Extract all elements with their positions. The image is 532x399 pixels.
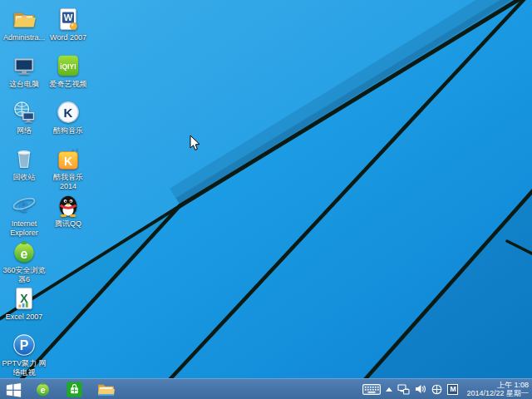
windows-logo-icon <box>6 382 22 397</box>
svg-text:K: K <box>64 155 73 168</box>
excel-icon: X <box>12 286 37 311</box>
desktop-icon-pptv[interactable]: P PPTV聚力 网络电视 <box>1 332 47 378</box>
svg-text:K: K <box>64 106 73 120</box>
svg-text:P: P <box>20 338 29 352</box>
svg-text:e: e <box>19 194 28 216</box>
desktop-icon-administrator[interactable]: Administra... <box>1 7 47 53</box>
taskbar: e <box>0 378 532 399</box>
qq-penguin-icon <box>56 193 81 218</box>
desktop-icon-label: 这台电脑 <box>1 80 47 89</box>
ime-indicator[interactable]: M <box>447 379 458 399</box>
network-status-icon[interactable] <box>397 379 410 399</box>
chevron-up-icon <box>386 387 392 392</box>
desktop-icon-kuwo[interactable]: ♪ ♪ K 酷我音乐 2014 <box>45 146 91 193</box>
desktop-icon-label: Administra... <box>1 33 47 42</box>
desktop-icon-excel-2007[interactable]: X Excel 2007 <box>1 286 47 332</box>
kuwo-icon: ♪ ♪ K <box>56 146 81 171</box>
desktop-icon-label: 网络 <box>1 126 47 135</box>
desktop-icon-360-browser[interactable]: e 360安全浏览器6 <box>1 239 47 286</box>
desktop-icon-label: Word 2007 <box>45 33 91 42</box>
windows-store-icon <box>66 382 82 397</box>
language-globe-icon[interactable] <box>431 379 442 399</box>
network-globe-icon <box>12 100 37 125</box>
desktop-icon-qq[interactable]: 腾讯QQ <box>45 193 91 239</box>
taskbar-clock[interactable]: 上午 1:08 2014/12/22 星期一 <box>463 381 529 397</box>
desktop-icon-label: Excel 2007 <box>1 313 47 322</box>
clock-time: 上午 1:08 <box>466 381 529 389</box>
desktop-icon-iqiyi[interactable]: iQIY! 爱奇艺视频 <box>45 53 91 100</box>
pptv-icon: P <box>12 332 37 357</box>
kugou-icon: K <box>56 100 81 125</box>
svg-text:e: e <box>21 247 28 261</box>
ie-icon: e <box>12 193 37 218</box>
desktop-icon-network[interactable]: 网络 <box>1 100 47 146</box>
recycle-bin-icon <box>12 146 37 171</box>
desktop-icon-kugou[interactable]: K 酷狗音乐 <box>45 100 91 146</box>
touch-keyboard-icon[interactable] <box>362 379 381 399</box>
start-button[interactable] <box>0 379 27 399</box>
iqiyi-icon: iQIY! <box>56 53 81 78</box>
360-browser-icon: e <box>12 239 37 264</box>
taskbar-windows-store-button[interactable] <box>58 379 90 399</box>
desktop-icon-internet-explorer[interactable]: e Internet Explorer <box>1 193 47 239</box>
mouse-cursor <box>190 135 201 152</box>
desktop-icon-label: PPTV聚力 网络电视 <box>1 359 47 377</box>
desktop-icon-label: 腾讯QQ <box>45 219 91 229</box>
svg-text:e: e <box>40 386 45 395</box>
volume-icon[interactable] <box>415 379 426 399</box>
user-folder-icon <box>12 7 37 32</box>
taskbar-360-browser-button[interactable]: e <box>27 379 58 399</box>
desktop-icon-label: 爱奇艺视频 <box>45 80 91 89</box>
clock-date: 2014/12/22 星期一 <box>466 389 529 397</box>
desktop-icon-this-pc[interactable]: 这台电脑 <box>1 53 47 100</box>
360-browser-icon: e <box>35 382 51 397</box>
desktop-icon-label: 360安全浏览器6 <box>1 266 47 284</box>
desktop-surface[interactable]: Administra... 这台电脑 <box>0 0 532 378</box>
svg-text:♪: ♪ <box>76 146 78 152</box>
desktop-icon-recycle-bin[interactable]: 回收站 <box>1 146 47 193</box>
desktop-icon-label: 回收站 <box>1 173 47 182</box>
file-explorer-icon <box>97 382 115 397</box>
ime-mode-label: M <box>447 384 458 395</box>
desktop-icon-label: Internet Explorer <box>1 219 47 238</box>
desktop-icon-label: 酷我音乐 2014 <box>45 173 91 191</box>
taskbar-file-explorer-button[interactable] <box>90 379 121 399</box>
system-tray: M 上午 1:08 2014/12/22 星期一 <box>362 379 532 399</box>
svg-text:iQIY!: iQIY! <box>60 62 76 71</box>
desktop-icon-word-2007[interactable]: W Word 2007 <box>45 7 91 53</box>
desktop-icon-column-1: Administra... 这台电脑 <box>1 7 47 378</box>
computer-icon <box>12 53 37 78</box>
desktop-icon-label: 酷狗音乐 <box>45 126 91 135</box>
show-hidden-icons-button[interactable] <box>386 379 392 399</box>
desktop-icon-column-2: W Word 2007 iQIY! 爱奇艺视频 <box>45 7 91 239</box>
word-icon: W <box>56 7 81 32</box>
svg-text:W: W <box>64 12 73 22</box>
